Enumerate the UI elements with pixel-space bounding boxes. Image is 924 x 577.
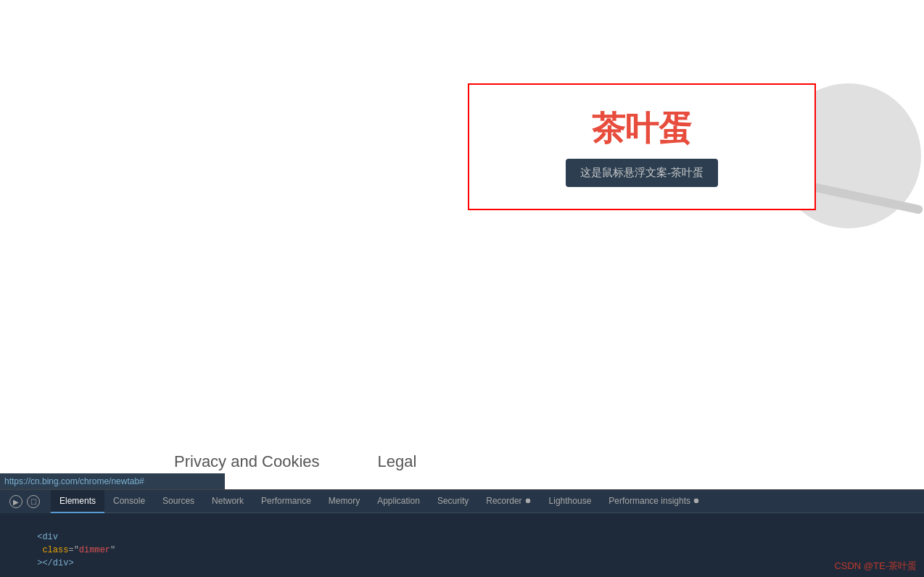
- devtools-panel: ▶ ☐ Elements Console Sources Network Per…: [0, 489, 924, 577]
- tab-console[interactable]: Console: [104, 490, 154, 513]
- url-text: https://cn.bing.com/chrome/newtab#: [4, 476, 144, 486]
- device-toggle-icon[interactable]: ☐: [27, 495, 40, 508]
- tab-security[interactable]: Security: [429, 490, 477, 513]
- browser-viewport: 茶叶蛋 这是鼠标悬浮文案-茶叶蛋 Privacy and Cookies Leg…: [0, 0, 924, 489]
- tab-elements[interactable]: Elements: [51, 490, 104, 513]
- footer-links: Privacy and Cookies Legal: [0, 452, 924, 471]
- tab-performance-insights[interactable]: Performance insights ⏺: [600, 490, 709, 513]
- page-content: 茶叶蛋 这是鼠标悬浮文案-茶叶蛋 Privacy and Cookies Leg…: [0, 0, 924, 489]
- performance-insights-icon: ⏺: [693, 497, 700, 505]
- privacy-cookies-link[interactable]: Privacy and Cookies: [174, 452, 320, 471]
- url-bar: https://cn.bing.com/chrome/newtab#: [0, 473, 225, 489]
- tab-recorder[interactable]: Recorder ⏺: [477, 490, 540, 513]
- demo-red-box: 茶叶蛋 这是鼠标悬浮文案-茶叶蛋: [468, 83, 816, 210]
- legal-link[interactable]: Legal: [378, 452, 417, 471]
- hover-tooltip: 这是鼠标悬浮文案-茶叶蛋: [566, 159, 718, 187]
- tab-application[interactable]: Application: [368, 490, 429, 513]
- tab-sources[interactable]: Sources: [154, 490, 203, 513]
- recorder-record-icon: ⏺: [524, 497, 532, 505]
- csdn-badge: CSDN @TE-茶叶蛋: [834, 560, 917, 573]
- inspect-element-icon[interactable]: ▶: [9, 495, 22, 508]
- tab-lighthouse[interactable]: Lighthouse: [540, 490, 601, 513]
- devtools-code-area: <div class="dimmer" ></div> <div class="…: [0, 513, 924, 577]
- chinese-title: 茶叶蛋: [592, 107, 692, 151]
- tab-network[interactable]: Network: [203, 490, 252, 513]
- devtools-left-icons: ▶ ☐: [0, 490, 49, 513]
- code-line-1: <div class="dimmer" ></div>: [6, 518, 918, 577]
- devtools-tabs-bar: ▶ ☐ Elements Console Sources Network Per…: [0, 490, 924, 513]
- tab-memory[interactable]: Memory: [320, 490, 368, 513]
- tab-performance[interactable]: Performance: [252, 490, 320, 513]
